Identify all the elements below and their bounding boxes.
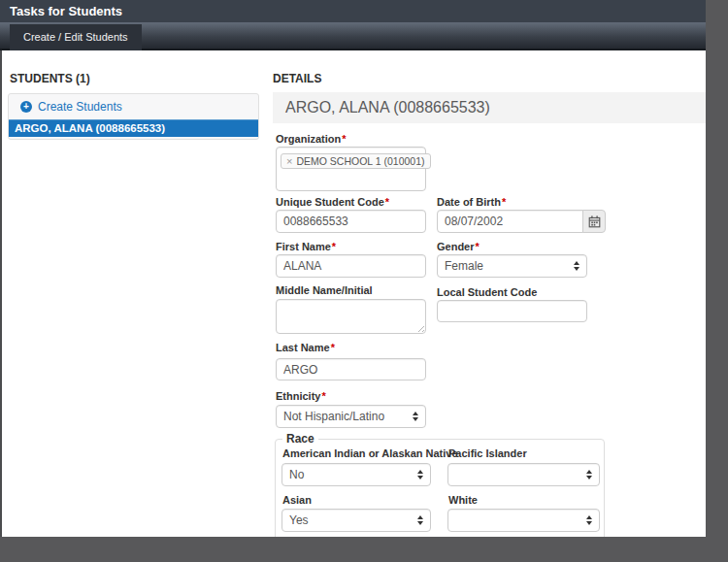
ethnicity-select[interactable]: Not Hispanic/Latino [276,405,426,428]
last-name-label: Last Name* [276,342,335,353]
first-name-input[interactable] [276,254,426,278]
organization-multiselect[interactable]: × DEMO SCHOOL 1 (010001) [276,147,426,191]
student-header-name: ARGO, ALANA (0088665533) [273,92,706,123]
pacific-islander-label: Pacific Islander [448,447,527,459]
organization-tag: × DEMO SCHOOL 1 (010001) [281,153,431,169]
task-tabbar: Create / Edit Students [0,22,706,50]
organization-tag-label: DEMO SCHOOL 1 (010001) [296,155,424,167]
student-details-header: ARGO, ALANA (0088665533) [273,92,706,123]
race-legend: Race [282,432,318,446]
gender-select-value: Female [445,259,483,273]
white-select[interactable] [447,509,600,532]
select-spinner-icon [586,470,592,479]
students-list: Create Students ARGO, ALANA (0088665533) [8,93,259,140]
middle-name-label: Middle Name/Initial [276,284,373,296]
organization-label: Organization* [276,133,347,145]
date-of-birth-input[interactable] [437,210,583,233]
local-student-code-input[interactable] [437,300,587,322]
date-of-birth-label: Date of Birth* [437,196,506,208]
calendar-button[interactable] [582,210,606,233]
student-list-item-selected[interactable]: ARGO, ALANA (0088665533) [9,119,258,137]
select-spinner-icon [417,515,423,525]
last-name-input[interactable] [276,358,426,380]
asian-select-value: Yes [289,513,309,527]
unique-student-code-label: Unique Student Code* [276,196,389,208]
ethnicity-label: Ethnicity* [276,390,326,402]
american-indian-label: American Indian or Alaskan Native [282,447,458,459]
white-label: White [448,494,478,506]
screen-frame: Tasks for Students Create / Edit Student… [0,0,728,562]
middle-name-textarea[interactable] [276,299,426,334]
american-indian-select[interactable]: No [281,463,431,486]
calendar-icon [588,215,601,228]
first-name-label: First Name* [276,241,336,252]
remove-tag-icon[interactable]: × [286,155,292,167]
required-asterisk: * [385,196,389,208]
unique-student-code-input[interactable] [276,210,426,233]
required-asterisk: * [321,390,325,402]
required-asterisk: * [342,133,346,145]
tab-create-edit-students[interactable]: Create / Edit Students [10,24,142,50]
window-titlebar: Tasks for Students [0,0,706,22]
gender-label: Gender* [437,241,480,252]
select-spinner-icon [574,261,579,271]
select-spinner-icon [417,470,423,479]
select-spinner-icon [586,515,592,525]
details-heading: DETAILS [273,72,321,85]
american-indian-select-value: No [289,468,304,481]
required-asterisk: * [502,196,506,208]
students-heading: STUDENTS (1) [10,72,90,85]
asian-label: Asian [282,494,312,506]
middle-name-field-wrap [276,299,426,334]
ethnicity-select-value: Not Hispanic/Latino [283,410,384,423]
pacific-islander-select[interactable] [447,463,600,486]
plus-circle-icon [20,101,32,113]
required-asterisk: * [476,241,480,252]
frame-bottom-border [0,537,728,562]
create-students-link[interactable]: Create Students [9,94,258,119]
required-asterisk: * [332,241,336,252]
create-students-label: Create Students [38,100,122,114]
gender-select[interactable]: Female [437,254,587,278]
asian-select[interactable]: Yes [281,509,431,532]
select-spinner-icon [413,412,418,421]
local-student-code-label: Local Student Code [437,286,537,298]
required-asterisk: * [331,342,335,353]
page-title: Tasks for Students [0,0,706,22]
frame-right-border [706,0,728,562]
